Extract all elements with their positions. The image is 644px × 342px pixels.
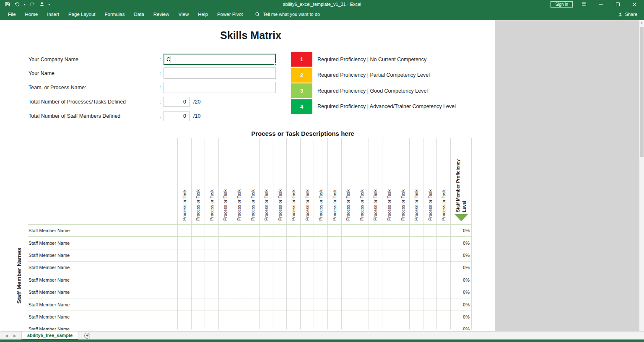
user-icon[interactable] xyxy=(39,2,44,7)
vertical-scrollbar-thumb[interactable] xyxy=(640,27,644,157)
legend-level-swatch: 2 xyxy=(291,68,312,83)
process-column-label-wrap: Process or Task xyxy=(314,189,327,221)
process-column-label: Process or Task xyxy=(345,189,351,221)
titlebar: ▾ ▾ ability6_excel_template_v1_31 - Exce… xyxy=(0,0,644,8)
process-count-input[interactable]: 0 xyxy=(164,97,190,107)
sheet-tab-bar: ◀ ▶ ability6_free_sample + ◀ ▶ xyxy=(0,331,644,339)
ribbon-tab[interactable]: File xyxy=(3,8,21,20)
process-column-label-wrap: Process or Task xyxy=(273,189,287,221)
undo-icon[interactable] xyxy=(14,2,20,7)
process-column-label-wrap: Process or Task xyxy=(382,189,396,221)
staff-row-name: Staff Member Name xyxy=(29,277,70,282)
ribbon-tab-bar: File Home Insert Page Layout Formulas Da… xyxy=(0,8,644,20)
ribbon-tab[interactable]: Data xyxy=(130,8,149,20)
ribbon-tab[interactable]: Home xyxy=(21,8,43,20)
ribbon-tab[interactable]: Review xyxy=(149,8,174,20)
ribbon-tab[interactable]: Power Pivot xyxy=(213,8,247,20)
process-column-label-wrap: Process or Task xyxy=(437,189,450,221)
sheet-tab-active[interactable]: ability6_free_sample xyxy=(21,332,78,340)
process-column-label-wrap: Process or Task xyxy=(219,189,232,221)
process-column-label: Process or Task xyxy=(305,189,310,221)
staff-row-proficiency: 0% xyxy=(450,253,470,258)
legend-item: 4 Required Proficiency | Advanced/Traine… xyxy=(291,99,456,114)
new-sheet-icon[interactable]: + xyxy=(84,333,90,339)
legend-description: Required Proficiency | Good Competency L… xyxy=(317,88,428,94)
process-column-label: Process or Task xyxy=(264,189,269,221)
previous-sheet-icon[interactable]: ◀ xyxy=(5,334,8,338)
ribbon-tab[interactable]: Insert xyxy=(42,8,64,20)
share-button[interactable]: Share xyxy=(618,12,637,17)
proficiency-header-line2: Level xyxy=(462,201,467,212)
share-label: Share xyxy=(625,12,637,17)
scroll-up-icon[interactable]: ▲ xyxy=(639,21,644,24)
ribbon-tab[interactable]: View xyxy=(174,8,194,20)
staff-row-name: Staff Member Name xyxy=(29,290,70,295)
colon-separator: : xyxy=(159,85,164,91)
worksheet-area: Skills Matrix Your Company Name : C Your… xyxy=(0,20,644,331)
company-name-input[interactable]: C xyxy=(164,54,276,65)
process-count-label: Total Number of Processes/Tasks Defined xyxy=(29,99,159,105)
process-count-max: /20 xyxy=(193,99,200,105)
maximize-button[interactable] xyxy=(612,0,623,8)
quick-access-toolbar: ▾ ▾ xyxy=(0,2,50,7)
process-column-label: Process or Task xyxy=(400,189,405,221)
legend-level-number: 4 xyxy=(300,104,303,110)
next-sheet-icon[interactable]: ▶ xyxy=(13,334,16,338)
legend-item: 1 Required Proficiency | No Current Comp… xyxy=(291,52,456,67)
search-icon xyxy=(255,12,260,17)
process-column-label: Process or Task xyxy=(387,189,392,221)
cell-fill-handle[interactable] xyxy=(274,63,277,66)
titlebar-controls: Sign in xyxy=(551,0,644,8)
legend-level-swatch: 1 xyxy=(291,52,312,67)
process-column-label-wrap: Process or Task xyxy=(192,189,205,221)
tell-me-search[interactable]: Tell me what you want to do xyxy=(255,12,320,17)
process-column-label: Process or Task xyxy=(209,189,214,221)
ribbon-display-options-icon[interactable] xyxy=(579,0,589,8)
process-column-label-wrap: Process or Task xyxy=(205,189,218,221)
save-icon[interactable] xyxy=(5,2,10,7)
process-column-label-wrap: Process or Task xyxy=(410,189,423,221)
staff-rows: Staff Member Name 0% Staff Member Name 0… xyxy=(28,224,472,330)
minimize-button[interactable] xyxy=(595,0,606,8)
staff-row-name: Staff Member Name xyxy=(29,265,70,270)
ribbon-tab[interactable]: Help xyxy=(193,8,213,20)
legend-level-swatch: 4 xyxy=(291,99,312,114)
process-column-label: Process or Task xyxy=(373,189,378,221)
process-column-label-wrap: Process or Task xyxy=(301,189,314,221)
staff-names-axis-label: Staff Member Names xyxy=(16,248,22,304)
process-column-label: Process or Task xyxy=(182,189,187,221)
company-name-row: Your Company Name : C xyxy=(29,54,276,65)
redo-icon[interactable] xyxy=(30,2,35,7)
legend-level-number: 2 xyxy=(300,72,303,78)
staff-row-name: Staff Member Name xyxy=(29,253,70,258)
process-descriptions-header: Process or Task Descriptions here xyxy=(93,130,512,137)
sign-in-button[interactable]: Sign in xyxy=(551,1,573,8)
staff-row-name: Staff Member Name xyxy=(29,314,70,319)
process-column-label-wrap: Process or Task xyxy=(287,189,300,221)
staff-row: Staff Member Name 0% xyxy=(28,262,472,274)
your-name-input[interactable] xyxy=(164,67,276,79)
legend-level-number: 3 xyxy=(300,88,303,94)
vertical-scrollbar[interactable]: ▲ xyxy=(639,20,644,331)
process-column-label: Process or Task xyxy=(428,189,433,221)
legend-item: 2 Required Proficiency | Partial Compete… xyxy=(291,68,456,83)
staff-row-proficiency: 0% xyxy=(450,277,470,282)
close-button[interactable] xyxy=(629,0,640,8)
customize-qat-icon[interactable]: ▾ xyxy=(49,3,50,6)
process-column-label-wrap: Process or Task xyxy=(260,189,273,221)
legend-description: Required Proficiency | Partial Competenc… xyxy=(317,72,430,78)
undo-dropdown-icon[interactable]: ▾ xyxy=(24,3,26,6)
staff-row-proficiency: 0% xyxy=(450,326,470,330)
staff-row: Staff Member Name 0% xyxy=(28,298,472,311)
process-column-label: Process or Task xyxy=(318,189,323,221)
team-name-input[interactable] xyxy=(164,82,276,93)
process-column-label: Process or Task xyxy=(414,189,419,221)
staff-row-proficiency: 0% xyxy=(450,241,470,246)
staff-count-input[interactable]: 0 xyxy=(164,111,190,121)
team-name-row: Team, or Process Name: : xyxy=(29,82,276,93)
ribbon-tab[interactable]: Page Layout xyxy=(64,8,100,20)
process-column-label-wrap: Process or Task xyxy=(328,189,341,221)
ribbon-tab[interactable]: Formulas xyxy=(100,8,130,20)
staff-row-proficiency: 0% xyxy=(450,290,470,295)
process-column-label-wrap: Process or Task xyxy=(396,189,410,221)
